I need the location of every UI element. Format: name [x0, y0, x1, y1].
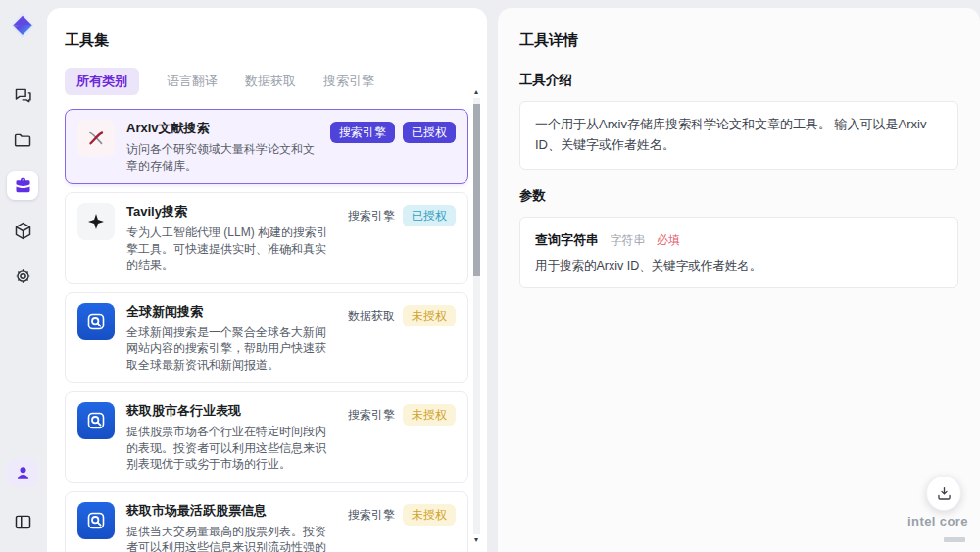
- tool-icon: [77, 402, 115, 439]
- search-logo-icon: [84, 310, 108, 333]
- tool-description: 提供股票市场各个行业在特定时间段内的表现。投资者可以利用这些信息来识别表现优于或…: [126, 424, 334, 473]
- sidebar-nav: [7, 73, 38, 298]
- intro-text: 一个用于从Arxiv存储库搜索科学论文和文章的工具。 输入可以是Arxiv ID…: [535, 115, 943, 156]
- detail-title: 工具详情: [519, 31, 958, 50]
- sidebar-item-settings[interactable]: [7, 261, 38, 290]
- tool-icon: [77, 502, 115, 539]
- intro-box: 一个用于从Arxiv存储库搜索科学论文和文章的工具。 输入可以是Arxiv ID…: [519, 101, 958, 170]
- param-description: 用于搜索的Arxiv ID、关键字或作者姓名。: [535, 258, 943, 275]
- sidebar: [0, 0, 45, 552]
- toolbox-icon: [13, 176, 33, 196]
- sidebar-item-profile[interactable]: [7, 458, 38, 487]
- tool-name: 获取市场最活跃股票信息: [126, 502, 334, 520]
- category-tab[interactable]: 语言翻译: [167, 68, 218, 95]
- tool-description: 全球新闻搜索是一个聚合全球各大新闻网站内容的搜索引擎，帮助用户快速获取全球最新资…: [126, 325, 334, 374]
- sidebar-item-tools[interactable]: [7, 171, 38, 200]
- tool-card[interactable]: 获取股市各行业表现 提供股票市场各个行业在特定时间段内的表现。投资者可以利用这些…: [65, 391, 468, 483]
- tool-badges: 搜索引擎 未授权: [348, 502, 456, 526]
- sidebar-item-panel-toggle[interactable]: [7, 507, 38, 536]
- tool-card[interactable]: 全球新闻搜索 全球新闻搜索是一个聚合全球各大新闻网站内容的搜索引擎，帮助用户快速…: [65, 292, 468, 384]
- tool-name: 全球新闻搜索: [126, 303, 334, 321]
- scroll-up-icon[interactable]: ▴: [474, 88, 478, 96]
- tool-name: Tavily搜索: [126, 203, 334, 221]
- search-logo-icon: [84, 509, 108, 532]
- tool-card[interactable]: Arxiv文献搜索 访问各个研究领域大量科学论文和文章的存储库。 搜索引擎 已授…: [65, 109, 468, 184]
- category-tab[interactable]: 所有类别: [65, 68, 139, 95]
- auth-status-badge: 未授权: [403, 404, 456, 426]
- intel-core-submark: [944, 537, 965, 542]
- sidebar-item-chat[interactable]: [7, 80, 38, 110]
- sidebar-item-models[interactable]: [7, 216, 38, 245]
- tool-text: 获取股市各行业表现 提供股票市场各个行业在特定时间段内的表现。投资者可以利用这些…: [126, 402, 336, 473]
- gear-icon: [13, 266, 33, 286]
- tool-text: 全球新闻搜索 全球新闻搜索是一个聚合全球各大新闻网站内容的搜索引擎，帮助用户快速…: [126, 303, 336, 374]
- auth-status-badge: 已授权: [403, 205, 456, 226]
- tool-icon: [77, 120, 115, 157]
- tool-badges: 数据获取 未授权: [348, 303, 456, 326]
- intel-core-text: intel core: [897, 514, 979, 528]
- tool-name: Arxiv文献搜索: [126, 120, 317, 137]
- category-badge: 搜索引擎: [348, 205, 395, 226]
- scrollbar-thumb[interactable]: [473, 104, 480, 276]
- tool-card[interactable]: 获取市场最活跃股票信息 提供当天交易量最高的股票列表。投资者可以利用这些信息来识…: [65, 491, 468, 552]
- sidebar-bottom: [7, 450, 38, 552]
- category-tabs: 所有类别 语言翻译 数据获取 搜索引擎: [65, 68, 487, 95]
- list-scrollbar[interactable]: ▴ ▾: [471, 88, 481, 544]
- download-button[interactable]: [926, 476, 961, 511]
- intro-heading: 工具介绍: [519, 72, 958, 89]
- tool-icon: [77, 303, 115, 340]
- tool-text: 获取市场最活跃股票信息 提供当天交易量最高的股票列表。投资者可以利用这些信息来识…: [126, 502, 336, 552]
- tool-text: Arxiv文献搜索 访问各个研究领域大量科学论文和文章的存储库。: [126, 120, 318, 174]
- auth-status-badge: 已授权: [403, 122, 456, 143]
- sidebar-item-files[interactable]: [7, 125, 38, 155]
- tool-description: 提供当天交易量最高的股票列表。投资者可以利用这些信息来识别流动性强的股票和潜在的…: [126, 524, 334, 552]
- scrollbar-track[interactable]: [473, 98, 480, 534]
- params-heading: 参数: [519, 187, 958, 205]
- params-box: 查询字符串 字符串 必填 用于搜索的Arxiv ID、关键字或作者姓名。: [519, 217, 958, 288]
- param-head: 查询字符串 字符串 必填: [535, 230, 943, 249]
- category-tab[interactable]: 搜索引擎: [323, 68, 374, 95]
- tools-panel: 工具集 所有类别 语言翻译 数据获取 搜索引擎: [47, 8, 487, 552]
- panel-toggle-icon: [13, 512, 33, 532]
- tool-list: Arxiv文献搜索 访问各个研究领域大量科学论文和文章的存储库。 搜索引擎 已授…: [65, 109, 468, 552]
- tool-description: 访问各个研究领域大量科学论文和文章的存储库。: [126, 141, 317, 174]
- folder-icon: [13, 130, 33, 151]
- search-logo-icon: [84, 409, 108, 432]
- cube-icon: [13, 221, 33, 241]
- tool-icon: [77, 203, 115, 240]
- category-badge: 搜索引擎: [348, 504, 395, 526]
- tool-text: Tavily搜索 专为人工智能代理 (LLM) 构建的搜索引擎工具。可快速提供实…: [126, 203, 336, 274]
- download-icon: [935, 484, 954, 503]
- chat-icon: [13, 85, 33, 106]
- tool-badges: 搜索引擎 已授权: [330, 120, 456, 143]
- tool-description: 专为人工智能代理 (LLM) 构建的搜索引擎工具。可快速提供实时、准确和真实的结…: [126, 225, 334, 274]
- gem-logo-icon: [7, 10, 38, 41]
- app-logo[interactable]: [7, 10, 38, 41]
- intel-core-logo: intel core: [897, 514, 979, 546]
- tool-card[interactable]: Tavily搜索 专为人工智能代理 (LLM) 构建的搜索引擎工具。可快速提供实…: [65, 192, 468, 284]
- tool-badges: 搜索引擎 已授权: [348, 203, 456, 226]
- param-row: 查询字符串 字符串 必填 用于搜索的Arxiv ID、关键字或作者姓名。: [535, 230, 943, 275]
- category-badge: 搜索引擎: [348, 404, 395, 426]
- tavily-star-icon: [84, 210, 108, 233]
- user-icon: [13, 463, 33, 483]
- scroll-down-icon[interactable]: ▾: [474, 536, 478, 544]
- tool-name: 获取股市各行业表现: [126, 402, 334, 420]
- auth-status-badge: 未授权: [403, 305, 456, 326]
- page-title: 工具集: [65, 31, 487, 50]
- category-tab[interactable]: 数据获取: [245, 68, 296, 95]
- tool-badges: 搜索引擎 未授权: [348, 402, 456, 426]
- param-required-flag: 必填: [657, 233, 680, 247]
- auth-status-badge: 未授权: [403, 504, 456, 526]
- arxiv-icon: [84, 126, 108, 150]
- category-badge: 数据获取: [348, 305, 395, 326]
- param-name: 查询字符串: [535, 232, 599, 247]
- tool-detail-panel: 工具详情 工具介绍 一个用于从Arxiv存储库搜索科学论文和文章的工具。 输入可…: [498, 8, 980, 552]
- category-badge: 搜索引擎: [330, 122, 395, 143]
- param-type: 字符串: [610, 233, 645, 247]
